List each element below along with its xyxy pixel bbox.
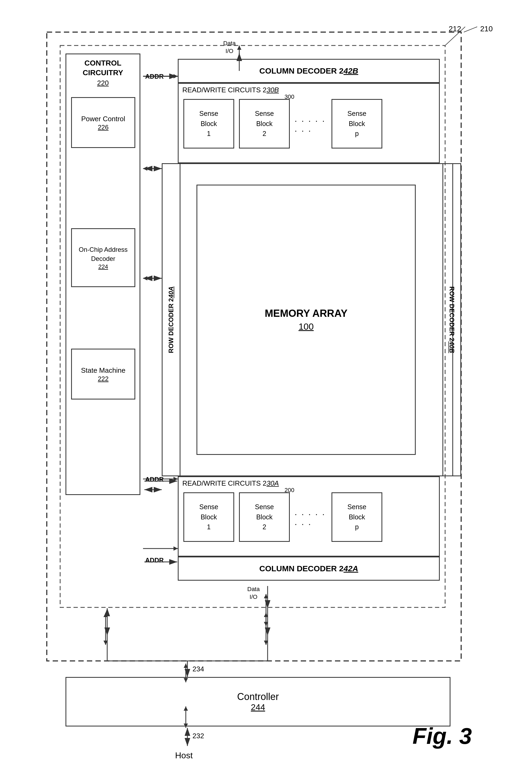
- col-decoder-top: COLUMN DECODER 242B: [178, 59, 440, 83]
- ref-212-label: 212: [449, 25, 461, 33]
- fig-label: Fig. 3: [413, 723, 472, 749]
- svg-marker-21: [174, 547, 178, 551]
- state-machine-label: State Machine: [81, 365, 125, 375]
- svg-marker-26: [264, 613, 268, 617]
- sense-block-bottom-p: SenseBlockp: [331, 492, 382, 542]
- svg-marker-29: [184, 664, 188, 668]
- row-decoder-left-label: ROW DECODER 240A: [167, 286, 175, 353]
- ref-232: 232: [193, 732, 204, 740]
- sense-block-top-p: SenseBlockp: [331, 99, 382, 148]
- rw-circuits-top: READ/WRITE CIRCUITS 230B SenseBlock1 Sen…: [178, 83, 440, 163]
- power-control-ref: 226: [98, 123, 109, 131]
- dots-bottom: . . . . . . . .: [295, 507, 327, 527]
- ref-210-label: 210: [480, 25, 493, 33]
- sense-block-bottom-1: SenseBlock1: [183, 492, 234, 542]
- rw-circuits-bottom-label: READ/WRITE CIRCUITS 230A: [179, 477, 439, 490]
- controller-ref: 244: [251, 702, 265, 712]
- memory-array-ref: 100: [299, 321, 314, 332]
- control-circuitry-ref: 220: [66, 79, 140, 87]
- ref-234: 234: [193, 665, 204, 673]
- sense-block-bottom-2: SenseBlock2 200: [239, 492, 290, 542]
- control-circuitry-label: CONTROLCIRCUITRY: [66, 54, 140, 78]
- sense-block-top-1: SenseBlock1: [183, 99, 234, 148]
- svg-marker-7: [264, 622, 268, 626]
- power-control-label: Power Control: [81, 114, 125, 123]
- addr-label-bottom: ADDR: [145, 557, 164, 564]
- row-decoder-right-label: ROW DECODER 240B: [448, 286, 455, 353]
- svg-marker-17: [155, 276, 159, 280]
- addr-label-mid: ADDR: [145, 476, 164, 483]
- address-decoder-ref: 224: [98, 263, 108, 270]
- sense-block-top-2: SenseBlock2 300: [239, 99, 290, 148]
- sense-blocks-top: SenseBlock1 SenseBlock2 300 . . . . . . …: [179, 96, 439, 151]
- address-decoder-box: On-Chip Address Decoder 224: [71, 228, 135, 287]
- col-decoder-bottom: COLUMN DECODER 242A: [178, 557, 440, 581]
- diagram-container: 210 212 CONTROLCIRCUITRY 220 Power Contr…: [39, 24, 493, 760]
- address-decoder-label: On-Chip Address Decoder: [72, 245, 135, 263]
- ref-300: 300: [285, 92, 294, 101]
- svg-line-2: [464, 27, 477, 32]
- state-machine-ref: 222: [98, 375, 109, 383]
- col-decoder-top-label: COLUMN DECODER 242B: [259, 66, 358, 76]
- svg-marker-23: [104, 613, 108, 617]
- dots-top: . . . . . . . .: [295, 114, 327, 134]
- svg-marker-13: [143, 166, 147, 171]
- controller-box: Controller 244: [65, 677, 450, 726]
- svg-marker-14: [155, 166, 159, 171]
- svg-marker-19: [174, 477, 178, 481]
- host-label: Host: [175, 751, 193, 760]
- row-decoder-left: ROW DECODER 240A: [162, 163, 180, 476]
- page: 210 212 CONTROLCIRCUITRY 220 Power Contr…: [0, 0, 532, 784]
- svg-marker-11: [174, 74, 178, 78]
- addr-label-top: ADDR: [145, 73, 164, 80]
- memory-array-label: MEMORY ARRAY: [265, 308, 348, 319]
- controller-label: Controller: [237, 691, 279, 702]
- col-decoder-bottom-label: COLUMN DECODER 242A: [259, 564, 358, 573]
- svg-marker-9: [264, 594, 268, 598]
- rw-circuits-top-label: READ/WRITE CIRCUITS 230B: [179, 84, 439, 96]
- svg-marker-5: [237, 46, 241, 50]
- svg-marker-16: [143, 276, 147, 280]
- ref-200: 200: [285, 486, 294, 495]
- state-machine-box: State Machine 222: [71, 349, 135, 399]
- svg-marker-27: [264, 641, 268, 645]
- power-control-box: Power Control 226: [71, 97, 135, 148]
- data-io-bottom-label: DataI/O: [247, 585, 260, 601]
- rw-circuits-bottom: READ/WRITE CIRCUITS 230A SenseBlock1 Sen…: [178, 476, 440, 557]
- data-io-top-label: DataI/O: [223, 39, 236, 55]
- sense-blocks-bottom: SenseBlock1 SenseBlock2 200 . . . . . . …: [179, 490, 439, 544]
- svg-marker-24: [104, 641, 108, 645]
- memory-array: MEMORY ARRAY 100: [197, 185, 416, 455]
- control-circuitry-box: CONTROLCIRCUITRY 220 Power Control 226 O…: [65, 54, 140, 495]
- row-decoder-right: ROW DECODER 240B: [442, 163, 461, 476]
